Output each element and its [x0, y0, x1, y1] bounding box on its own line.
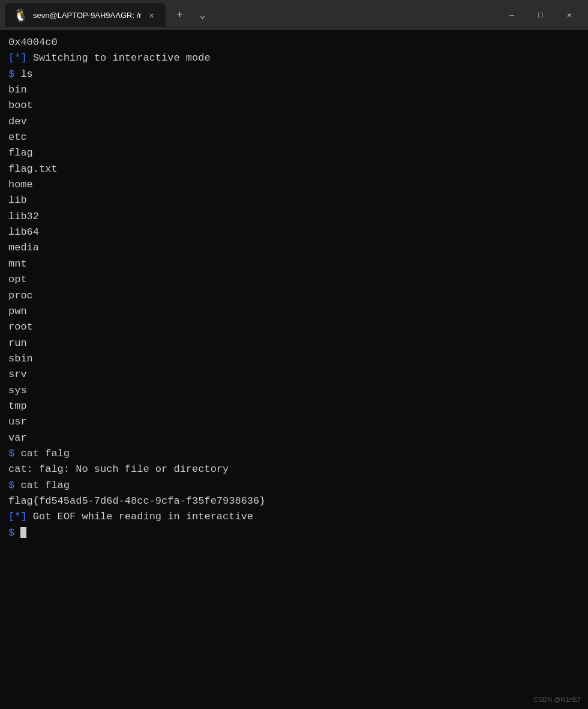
- terminal-line: sbin: [8, 351, 580, 367]
- terminal-line: $ cat flag: [8, 478, 580, 493]
- prompt-dollar: $: [8, 68, 14, 80]
- output-text: boot: [8, 100, 33, 111]
- info-bracket: [*]: [8, 511, 27, 522]
- terminal-line: etc: [8, 130, 580, 145]
- terminal-line: opt: [8, 272, 580, 288]
- terminal-line: usr: [8, 414, 580, 430]
- output-text: home: [8, 179, 33, 190]
- terminal-line: lib64: [8, 225, 580, 240]
- terminal-line: flag{fd545ad5-7d6d-48cc-9cfa-f35fe793863…: [8, 493, 580, 509]
- terminal-line: root: [8, 319, 580, 335]
- output-text: pwn: [8, 306, 27, 317]
- terminal-line: media: [8, 240, 580, 256]
- output-text: flag: [8, 147, 33, 158]
- output-text: run: [8, 337, 27, 349]
- terminal-line: lib: [8, 193, 580, 208]
- terminal-line: cat: falg: No such file or directory: [8, 462, 580, 477]
- titlebar: 🐧 sevn@LAPTOP-9AH9AAGR: /r ✕ + ⌄ — □ ✕: [0, 0, 588, 30]
- terminal-line: lib32: [8, 209, 580, 225]
- output-text: sbin: [8, 353, 33, 364]
- terminal-line: dev: [8, 114, 580, 130]
- prompt-dollar: $: [8, 448, 14, 459]
- terminal-line: var: [8, 430, 580, 446]
- window-controls: — □ ✕: [498, 5, 583, 25]
- new-tab-button[interactable]: +: [170, 5, 190, 25]
- output-text: bin: [8, 84, 27, 95]
- linux-icon: 🐧: [13, 8, 28, 23]
- output-text: lib: [8, 195, 27, 206]
- output-text: cat: falg: No such file or directory: [8, 463, 229, 475]
- terminal-line: pwn: [8, 304, 580, 319]
- terminal-line: home: [8, 177, 580, 193]
- info-bracket: [*]: [8, 52, 27, 64]
- terminal-line: $: [8, 525, 580, 541]
- output-text: lib32: [8, 211, 39, 222]
- terminal-line: [*] Got EOF while reading in interactive: [8, 509, 580, 525]
- terminal-line: bin: [8, 82, 580, 98]
- info-text: Switching to interactive mode: [33, 52, 211, 64]
- output-text: 0x4004c0: [8, 37, 58, 48]
- output-text: flag{fd545ad5-7d6d-48cc-9cfa-f35fe793863…: [8, 495, 265, 507]
- terminal-line: 0x4004c0: [8, 35, 580, 50]
- prompt-dollar: $: [8, 480, 14, 491]
- close-button[interactable]: ✕: [556, 5, 583, 25]
- output-text: proc: [8, 290, 33, 301]
- tab-dropdown-button[interactable]: ⌄: [193, 5, 212, 25]
- maximize-button[interactable]: □: [527, 5, 554, 25]
- terminal-line: [*] Switching to interactive mode: [8, 50, 580, 66]
- terminal-output[interactable]: 0x4004c0[*] Switching to interactive mod…: [0, 30, 588, 709]
- output-text: srv: [8, 369, 27, 380]
- output-text: sys: [8, 385, 27, 396]
- terminal-tab[interactable]: 🐧 sevn@LAPTOP-9AH9AAGR: /r ✕: [5, 3, 166, 27]
- output-text: etc: [8, 131, 27, 143]
- terminal-line: flag.txt: [8, 161, 580, 177]
- output-text: flag.txt: [8, 163, 58, 175]
- watermark: CSDN @N1nE7: [533, 696, 581, 703]
- tab-title: sevn@LAPTOP-9AH9AAGR: /r: [33, 11, 142, 20]
- terminal-line: boot: [8, 98, 580, 113]
- prompt-command: cat falg: [20, 448, 70, 459]
- output-text: var: [8, 432, 27, 444]
- output-text: tmp: [8, 400, 27, 412]
- terminal-line: tmp: [8, 399, 580, 414]
- terminal-line: $ cat falg: [8, 446, 580, 462]
- tab-close-button[interactable]: ✕: [146, 10, 157, 20]
- output-text: dev: [8, 116, 27, 127]
- terminal-line: sys: [8, 383, 580, 399]
- terminal-line: $ ls: [8, 67, 580, 82]
- terminal-cursor: [20, 527, 26, 538]
- output-text: media: [8, 242, 39, 253]
- prompt-dollar: $: [8, 527, 14, 539]
- output-text: usr: [8, 416, 27, 427]
- info-text: Got EOF while reading in interactive: [33, 511, 253, 522]
- terminal-line: run: [8, 336, 580, 351]
- output-text: root: [8, 321, 33, 333]
- output-text: mnt: [8, 258, 27, 270]
- minimize-button[interactable]: —: [498, 5, 526, 25]
- prompt-command: ls: [20, 68, 32, 80]
- prompt-command: cat flag: [20, 480, 70, 491]
- output-text: opt: [8, 274, 27, 285]
- terminal-line: mnt: [8, 256, 580, 272]
- terminal-line: proc: [8, 288, 580, 304]
- terminal-line: srv: [8, 367, 580, 382]
- output-text: lib64: [8, 226, 39, 238]
- terminal-line: flag: [8, 145, 580, 161]
